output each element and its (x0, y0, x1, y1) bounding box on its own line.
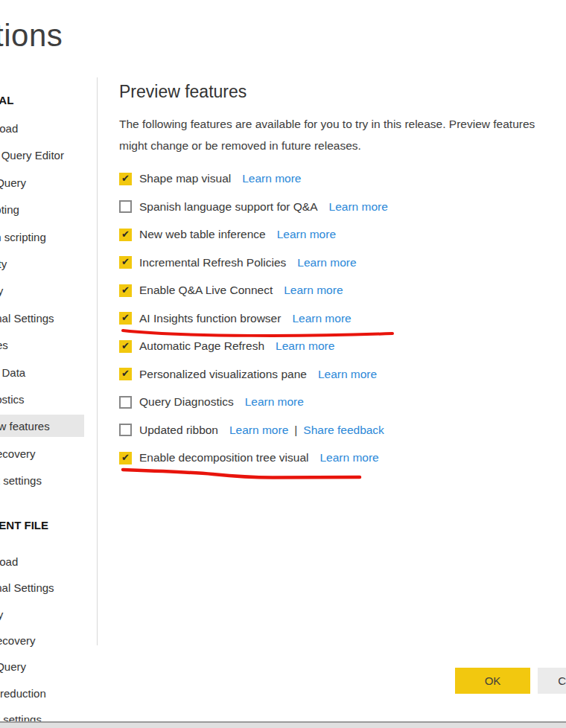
sidebar-item-power-query-editor[interactable]: Power Query Editor (0, 149, 64, 162)
cancel-button[interactable]: Cancel (538, 668, 566, 694)
sidebar-item-security[interactable]: Security (0, 258, 7, 270)
sidebar-item-diagnostics[interactable]: Diagnostics (0, 393, 25, 406)
check-icon: ✔ (121, 229, 130, 239)
feature-label[interactable]: Updated ribbon (139, 424, 218, 437)
sidebar-item-updates[interactable]: Updates (0, 339, 8, 351)
link-separator: | (294, 424, 297, 437)
feature-row: ✔Automatic Page RefreshLearn more (119, 337, 334, 355)
sidebar-section-header-global: GLOBAL (0, 94, 13, 106)
sidebar: GLOBALData LoadPower Query EditorDirectQ… (0, 0, 98, 728)
feature-label[interactable]: Automatic Page Refresh (139, 339, 264, 353)
feature-label[interactable]: New web table inference (139, 228, 266, 241)
feature-row: Updated ribbonLearn more|Share feedback (119, 421, 384, 439)
feature-label[interactable]: Personalized visualizations pane (139, 368, 307, 381)
options-dialog: Options GLOBALData LoadPower Query Edito… (0, 0, 566, 728)
sidebar-item-privacy[interactable]: Privacy (0, 608, 3, 621)
sidebar-section-header-current-file: CURRENT FILE (0, 519, 48, 531)
sidebar-item-data-load[interactable]: Data Load (0, 122, 18, 135)
feature-label[interactable]: Enable Q&A Live Connect (139, 284, 273, 297)
learn-more-link[interactable]: Learn more (297, 256, 356, 269)
sidebar-item-auto-recovery[interactable]: Auto recovery (0, 634, 36, 647)
check-icon: ✔ (121, 368, 130, 378)
sidebar-item-python-scripting[interactable]: Python scripting (0, 231, 46, 243)
feature-checkbox-enable-decomposition-tree-visual[interactable]: ✔ (119, 452, 132, 464)
sidebar-item-query-reduction[interactable]: Query reduction (0, 687, 46, 700)
feature-checkbox-new-web-table-inference[interactable]: ✔ (119, 229, 132, 241)
share-feedback-link[interactable]: Share feedback (303, 424, 384, 437)
learn-more-link[interactable]: Learn more (276, 339, 334, 353)
sidebar-divider (97, 77, 98, 645)
check-icon: ✔ (121, 257, 130, 266)
horizontal-scrollbar[interactable] (0, 721, 566, 728)
feature-row: ✔Personalized visualizations paneLearn m… (119, 365, 377, 383)
check-icon: ✔ (121, 341, 130, 351)
feature-checkbox-shape-map-visual[interactable]: ✔ (119, 173, 132, 185)
sidebar-item-auto-recovery[interactable]: Auto recovery (0, 447, 36, 460)
feature-row: ✔Shape map visualLearn more (119, 170, 301, 188)
feature-checkbox-incremental-refresh-policies[interactable]: ✔ (119, 256, 132, 269)
ok-button[interactable]: OK (455, 668, 530, 694)
feature-row: Query DiagnosticsLearn more (119, 393, 304, 411)
feature-label[interactable]: Spanish language support for Q&A (139, 200, 318, 214)
page-title: Preview features (119, 82, 247, 102)
feature-checkbox-enable-q-a-live-connect[interactable]: ✔ (119, 284, 132, 297)
learn-more-link[interactable]: Learn more (242, 172, 301, 185)
feature-label[interactable]: AI Insights function browser (139, 312, 281, 325)
learn-more-link[interactable]: Learn more (319, 451, 378, 464)
sidebar-item-usage-data[interactable]: Usage Data (0, 366, 25, 379)
learn-more-link[interactable]: Learn more (277, 228, 336, 241)
sidebar-item-data-load[interactable]: Data Load (0, 555, 18, 568)
sidebar-item-report-settings[interactable]: Report settings (0, 474, 42, 487)
check-icon: ✔ (121, 453, 130, 462)
sidebar-item-r-scripting[interactable]: R scripting (0, 203, 19, 216)
sidebar-item-directquery[interactable]: DirectQuery (0, 176, 26, 189)
feature-checkbox-spanish-language-support-for-q-a[interactable] (119, 200, 132, 213)
feature-checkbox-personalized-visualizations-pane[interactable]: ✔ (119, 368, 132, 380)
check-icon: ✔ (121, 313, 130, 322)
learn-more-link[interactable]: Learn more (318, 368, 377, 381)
feature-row: ✔Incremental Refresh PoliciesLearn more (119, 254, 357, 272)
feature-checkbox-automatic-page-refresh[interactable]: ✔ (119, 340, 132, 353)
check-icon: ✔ (121, 285, 130, 295)
feature-row: ✔AI Insights function browserLearn more (119, 310, 352, 328)
feature-label[interactable]: Query Diagnostics (139, 395, 234, 409)
sidebar-item-regional-settings[interactable]: Regional Settings (0, 312, 54, 325)
red-underline-annotation (112, 466, 363, 481)
learn-more-link[interactable]: Learn more (292, 312, 351, 325)
learn-more-link[interactable]: Learn more (229, 424, 288, 437)
learn-more-link[interactable]: Learn more (284, 284, 343, 297)
page-description: The following features are available for… (119, 113, 550, 156)
feature-label[interactable]: Incremental Refresh Policies (139, 256, 286, 269)
feature-row: ✔New web table inferenceLearn more (119, 226, 336, 243)
learn-more-link[interactable]: Learn more (245, 395, 304, 409)
feature-checkbox-ai-insights-function-browser[interactable]: ✔ (119, 312, 132, 325)
learn-more-link[interactable]: Learn more (329, 200, 388, 214)
feature-label[interactable]: Enable decomposition tree visual (139, 451, 308, 464)
feature-row: ✔Enable decomposition tree visualLearn m… (119, 449, 379, 467)
feature-label[interactable]: Shape map visual (139, 172, 231, 185)
sidebar-item-directquery[interactable]: DirectQuery (0, 660, 26, 673)
sidebar-item-regional-settings[interactable]: Regional Settings (0, 581, 54, 594)
check-icon: ✔ (121, 173, 130, 183)
feature-checkbox-updated-ribbon[interactable] (119, 424, 132, 436)
feature-row: Spanish language support for Q&ALearn mo… (119, 198, 388, 216)
feature-row: ✔Enable Q&A Live ConnectLearn more (119, 281, 343, 299)
feature-checkbox-query-diagnostics[interactable] (119, 396, 132, 409)
sidebar-item-privacy[interactable]: Privacy (0, 284, 3, 297)
sidebar-item-preview-features[interactable]: Preview features (0, 420, 50, 432)
